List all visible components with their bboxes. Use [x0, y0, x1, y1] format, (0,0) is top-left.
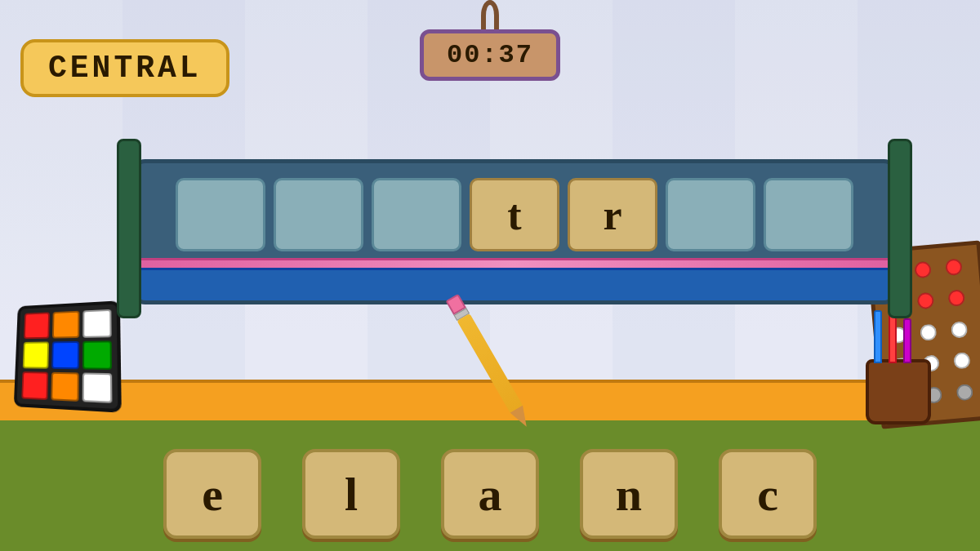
- train-post-right: [888, 139, 912, 318]
- rubiks-cell: [82, 373, 113, 403]
- board-dot: [945, 258, 963, 276]
- train-bottom: [135, 268, 894, 300]
- rubiks-cell: [21, 371, 48, 400]
- rubiks-cube-decoration: [12, 302, 131, 420]
- train-letter-r: r: [603, 191, 621, 239]
- train-windows: t r: [146, 178, 883, 251]
- rubiks-cell: [51, 341, 79, 369]
- rubiks-cell: [82, 340, 112, 370]
- pencil-cup: [866, 359, 931, 424]
- letter-tiles-area: e l a n c: [0, 449, 980, 539]
- train-slot-3[interactable]: [372, 178, 461, 251]
- shelf: [0, 380, 980, 420]
- game-title-label: CENTRAL: [20, 39, 229, 97]
- board-dot: [947, 290, 965, 308]
- train-slot-4: t: [470, 178, 559, 251]
- rubiks-cell: [52, 311, 79, 339]
- letter-tile-e[interactable]: e: [163, 449, 261, 539]
- timer-display: 00:37: [420, 29, 560, 81]
- train-slot-1[interactable]: [176, 178, 265, 251]
- train-letter-t: t: [507, 191, 521, 239]
- train-post-left: [117, 139, 141, 318]
- board-dot: [915, 261, 933, 279]
- rubiks-cell: [51, 372, 79, 402]
- train-container: t r: [131, 159, 898, 304]
- rubiks-cell: [24, 312, 50, 339]
- board-dot: [950, 321, 968, 339]
- pencil-purple: [903, 318, 911, 363]
- train-body: t r: [131, 159, 898, 304]
- train-stripe: [135, 258, 894, 268]
- letter-tile-c[interactable]: c: [719, 449, 817, 539]
- rubiks-cell: [82, 309, 111, 338]
- timer-container: 00:37: [420, 0, 560, 81]
- letter-tile-l[interactable]: l: [302, 449, 400, 539]
- train-slot-2[interactable]: [274, 178, 363, 251]
- train-slot-6[interactable]: [666, 178, 755, 251]
- rubiks-cell: [23, 341, 49, 368]
- board-dot: [956, 383, 973, 401]
- board-dot: [953, 352, 971, 370]
- timer-hook: [481, 0, 499, 31]
- train-slot-5: r: [568, 178, 657, 251]
- rubiks-cube-grid: [14, 300, 122, 412]
- pencil-blue: [874, 310, 882, 363]
- train-slot-7[interactable]: [764, 178, 853, 251]
- letter-tile-n[interactable]: n: [580, 449, 678, 539]
- letter-tile-a[interactable]: a: [441, 449, 539, 539]
